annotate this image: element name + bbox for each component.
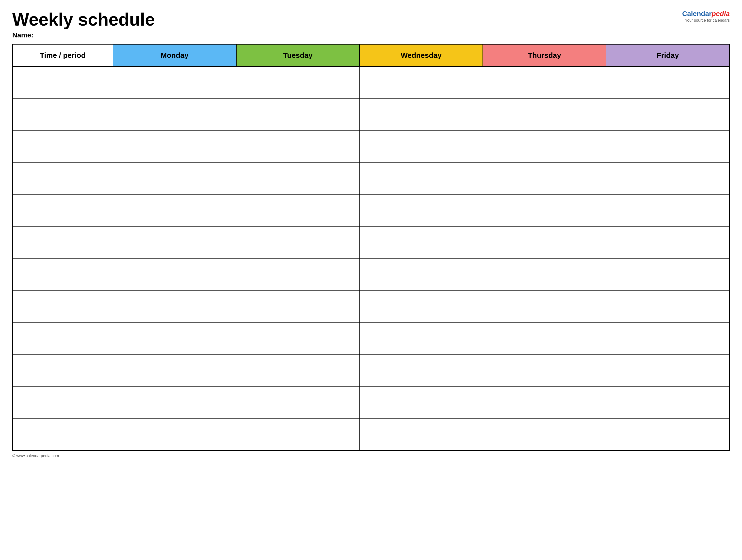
schedule-cell[interactable] <box>483 99 606 130</box>
schedule-cell[interactable] <box>360 290 483 323</box>
time-cell[interactable] <box>12 130 113 162</box>
page-header: Weekly schedule Name: Calendarpedia Your… <box>12 10 730 39</box>
schedule-cell[interactable] <box>113 130 236 162</box>
schedule-cell[interactable] <box>113 66 236 99</box>
schedule-cell[interactable] <box>113 226 236 259</box>
schedule-cell[interactable] <box>360 323 483 354</box>
schedule-cell[interactable] <box>483 66 606 99</box>
schedule-cell[interactable] <box>360 130 483 162</box>
col-header-friday: Friday <box>606 44 730 66</box>
table-header-row: Time / period Monday Tuesday Wednesday T… <box>12 44 730 66</box>
schedule-cell[interactable] <box>360 354 483 386</box>
time-cell[interactable] <box>12 418 113 450</box>
table-row <box>12 66 730 99</box>
schedule-cell[interactable] <box>483 194 606 226</box>
logo-tagline: Your source for calendars <box>682 18 730 23</box>
schedule-cell[interactable] <box>360 226 483 259</box>
schedule-cell[interactable] <box>236 354 360 386</box>
time-cell[interactable] <box>12 66 113 99</box>
col-header-time: Time / period <box>12 44 113 66</box>
schedule-cell[interactable] <box>113 418 236 450</box>
schedule-cell[interactable] <box>483 130 606 162</box>
table-row <box>12 386 730 418</box>
time-cell[interactable] <box>12 323 113 354</box>
schedule-cell[interactable] <box>360 66 483 99</box>
schedule-cell[interactable] <box>236 66 360 99</box>
schedule-cell[interactable] <box>113 323 236 354</box>
col-header-wednesday: Wednesday <box>360 44 483 66</box>
schedule-cell[interactable] <box>236 194 360 226</box>
table-row <box>12 162 730 194</box>
schedule-cell[interactable] <box>483 323 606 354</box>
time-cell[interactable] <box>12 290 113 323</box>
schedule-cell[interactable] <box>483 162 606 194</box>
schedule-cell[interactable] <box>606 386 730 418</box>
schedule-cell[interactable] <box>236 130 360 162</box>
schedule-cell[interactable] <box>483 418 606 450</box>
schedule-cell[interactable] <box>360 194 483 226</box>
schedule-cell[interactable] <box>606 226 730 259</box>
footer-url: © www.calendarpedia.com <box>12 454 59 458</box>
schedule-body <box>12 66 730 450</box>
table-row <box>12 418 730 450</box>
weekly-schedule-table: Time / period Monday Tuesday Wednesday T… <box>12 44 730 451</box>
table-row <box>12 99 730 130</box>
schedule-cell[interactable] <box>236 290 360 323</box>
schedule-cell[interactable] <box>483 226 606 259</box>
page-title: Weekly schedule <box>12 10 682 29</box>
schedule-cell[interactable] <box>360 418 483 450</box>
logo-calendar-text: Calendar <box>682 10 712 17</box>
logo: Calendarpedia <box>682 10 730 18</box>
schedule-cell[interactable] <box>360 259 483 290</box>
schedule-cell[interactable] <box>236 418 360 450</box>
time-cell[interactable] <box>12 99 113 130</box>
schedule-cell[interactable] <box>113 386 236 418</box>
col-header-thursday: Thursday <box>483 44 606 66</box>
time-cell[interactable] <box>12 226 113 259</box>
schedule-cell[interactable] <box>113 290 236 323</box>
schedule-cell[interactable] <box>360 99 483 130</box>
footer: © www.calendarpedia.com <box>12 454 730 458</box>
schedule-cell[interactable] <box>606 130 730 162</box>
schedule-cell[interactable] <box>606 418 730 450</box>
schedule-cell[interactable] <box>236 259 360 290</box>
schedule-cell[interactable] <box>606 194 730 226</box>
logo-pedia-text: pedia <box>712 10 730 17</box>
col-header-tuesday: Tuesday <box>236 44 360 66</box>
schedule-cell[interactable] <box>113 194 236 226</box>
time-cell[interactable] <box>12 354 113 386</box>
schedule-cell[interactable] <box>606 162 730 194</box>
time-cell[interactable] <box>12 259 113 290</box>
schedule-cell[interactable] <box>606 290 730 323</box>
schedule-cell[interactable] <box>483 259 606 290</box>
table-row <box>12 259 730 290</box>
schedule-cell[interactable] <box>113 162 236 194</box>
schedule-cell[interactable] <box>236 99 360 130</box>
schedule-cell[interactable] <box>606 99 730 130</box>
schedule-cell[interactable] <box>360 162 483 194</box>
schedule-cell[interactable] <box>360 386 483 418</box>
logo-area: Calendarpedia Your source for calendars <box>682 10 730 23</box>
schedule-cell[interactable] <box>606 354 730 386</box>
schedule-cell[interactable] <box>236 386 360 418</box>
schedule-cell[interactable] <box>483 290 606 323</box>
schedule-cell[interactable] <box>483 354 606 386</box>
col-header-monday: Monday <box>113 44 236 66</box>
schedule-cell[interactable] <box>113 99 236 130</box>
schedule-cell[interactable] <box>483 386 606 418</box>
schedule-cell[interactable] <box>113 354 236 386</box>
table-row <box>12 354 730 386</box>
schedule-cell[interactable] <box>606 323 730 354</box>
schedule-cell[interactable] <box>236 323 360 354</box>
time-cell[interactable] <box>12 386 113 418</box>
schedule-cell[interactable] <box>113 259 236 290</box>
name-label: Name: <box>12 31 682 39</box>
time-cell[interactable] <box>12 194 113 226</box>
schedule-cell[interactable] <box>606 259 730 290</box>
schedule-cell[interactable] <box>236 226 360 259</box>
table-row <box>12 226 730 259</box>
schedule-cell[interactable] <box>236 162 360 194</box>
time-cell[interactable] <box>12 162 113 194</box>
schedule-cell[interactable] <box>606 66 730 99</box>
table-row <box>12 290 730 323</box>
